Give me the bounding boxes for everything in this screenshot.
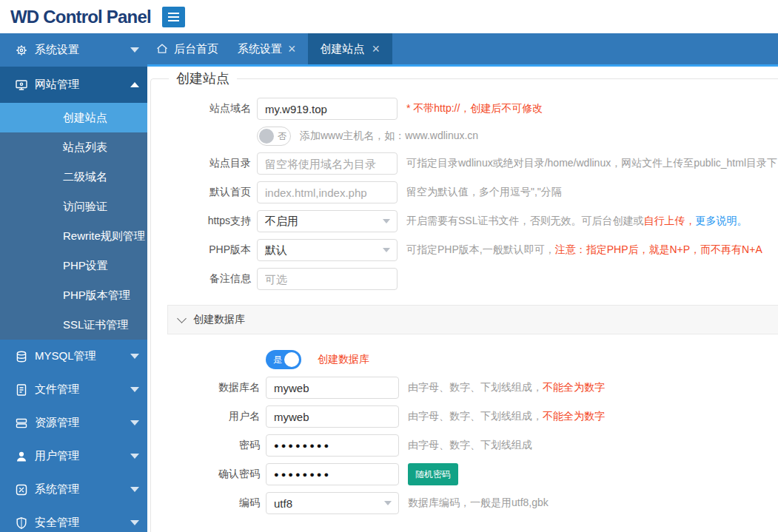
hamburger-icon — [168, 13, 179, 14]
create-db-toggle[interactable]: 是 — [266, 350, 301, 369]
www-host-toggle[interactable]: 否 — [257, 127, 291, 146]
section-title: 创建数据库 — [193, 313, 245, 326]
tab-label: 后台首页 — [174, 42, 218, 56]
monitor-icon — [15, 78, 28, 92]
sidebar-item-label: 系统管理 — [35, 482, 79, 496]
db-name-hint: 由字母、数字、下划线组成，不能全为数字 — [408, 381, 605, 394]
db-password-confirm-label: 确认密码 — [151, 468, 260, 481]
sidebar-item-resources[interactable]: 资源管理 — [0, 406, 147, 440]
toggle-state-label: 是 — [273, 354, 282, 366]
sidebar-subitem-php-settings[interactable]: PHP设置 — [0, 251, 147, 280]
tab-dashboard-home[interactable]: 后台首页 — [147, 33, 226, 64]
https-label: https支持 — [151, 215, 251, 228]
create-database-section-header[interactable]: 创建数据库 — [167, 305, 778, 334]
gear-icon — [15, 44, 28, 57]
sidebar-item-label: 安全管理 — [35, 516, 79, 530]
toggle-state-label: 否 — [278, 130, 286, 143]
sidebar-subitem-subdomain[interactable]: 二级域名 — [0, 162, 147, 192]
upload-cert-link[interactable]: 自行上传， — [643, 215, 695, 226]
sidebar-subitem-create-site[interactable]: 创建站点 — [0, 103, 147, 132]
site-dir-hint: 可指定目录wdlinux或绝对目录/home/wdlinux，网站文件上传至pu… — [406, 157, 777, 170]
site-domain-hint: * 不带http://，创建后不可修改 — [406, 102, 543, 115]
sidebar-item-users[interactable]: 用户管理 — [0, 440, 147, 473]
sidebar-subitem-access-auth[interactable]: 访问验证 — [0, 192, 147, 221]
more-info-link[interactable]: 更多说明。 — [695, 215, 747, 226]
chevron-down-icon — [130, 520, 139, 525]
create-db-toggle-label: 创建数据库 — [318, 353, 369, 366]
default-index-hint: 留空为默认值，多个用逗号","分隔 — [406, 186, 562, 199]
db-password-label: 密码 — [151, 439, 260, 452]
chevron-down-icon — [177, 314, 187, 323]
server-icon — [15, 417, 28, 430]
row-https: https支持 不启用 开启需要有SSL证书文件，否则无效。可后台创建或自行上传… — [151, 210, 778, 232]
row-db-charset: 编码 utf8 数据库编码，一般是用utf8,gbk — [151, 492, 778, 514]
sidebar-item-files[interactable]: 文件管理 — [0, 373, 147, 406]
sidebar-subitem-ssl-cert[interactable]: SSL证书管理 — [0, 310, 147, 340]
close-icon[interactable]: × — [288, 42, 296, 55]
file-icon — [15, 383, 28, 397]
php-version-select[interactable]: 默认 — [257, 239, 398, 261]
row-site-domain: 站点域名 * 不带http://，创建后不可修改 — [151, 98, 778, 120]
sidebar-item-label: 用户管理 — [35, 449, 79, 463]
row-db-password-confirm: 确认密码 随机密码 — [151, 463, 778, 485]
default-index-input[interactable] — [257, 181, 398, 203]
tab-system-settings[interactable]: 系统设置 × — [226, 33, 308, 64]
chevron-down-icon — [130, 47, 139, 53]
sidebar: 系统设置 网站管理 创建站点 站点列表 二级域名 访问验证 Rewrite规则管… — [0, 33, 147, 532]
site-dir-input[interactable] — [257, 152, 398, 175]
random-password-button[interactable]: 随机密码 — [408, 463, 458, 485]
tab-bar: 后台首页 系统设置 × 创建站点 × — [147, 33, 778, 67]
chevron-down-icon — [130, 487, 139, 492]
tab-label: 创建站点 — [321, 42, 365, 56]
user-icon — [15, 450, 28, 463]
https-select[interactable]: 不启用 — [257, 210, 398, 232]
tools-icon — [15, 483, 28, 496]
sidebar-item-mysql[interactable]: MYSQL管理 — [0, 340, 147, 373]
close-icon[interactable]: × — [372, 42, 380, 55]
form-title: 创建站点 — [169, 70, 237, 87]
home-icon — [156, 43, 168, 55]
chevron-down-icon — [130, 454, 139, 459]
db-password-input[interactable] — [266, 434, 399, 457]
row-default-index: 默认首页 留空为默认值，多个用逗号","分隔 — [151, 181, 778, 203]
db-user-input[interactable] — [266, 405, 399, 428]
sidebar-subitem-rewrite-rules[interactable]: Rewrite规则管理 — [0, 221, 147, 251]
sidebar-subitem-site-list[interactable]: 站点列表 — [0, 132, 147, 162]
chevron-up-icon — [130, 82, 139, 87]
site-domain-input[interactable] — [257, 98, 398, 120]
sidebar-item-system-settings[interactable]: 系统设置 — [0, 33, 147, 67]
row-db-password: 密码 由字母、数字、下划线组成 — [151, 434, 778, 457]
row-db-user: 用户名 由字母、数字、下划线组成，不能全为数字 — [151, 405, 778, 428]
php-version-hint: 可指定PHP版本,一般默认即可，注意：指定PHP后，就是N+P，而不再有N+A — [406, 243, 762, 257]
db-charset-select[interactable]: utf8 — [266, 492, 399, 514]
create-site-form: 创建站点 站点域名 * 不带http://，创建后不可修改 否 添加www主机名… — [150, 70, 778, 532]
db-charset-label: 编码 — [151, 496, 260, 510]
sidebar-item-security[interactable]: 安全管理 — [0, 506, 147, 532]
chevron-down-icon — [130, 420, 139, 425]
row-site-dir: 站点目录 可指定目录wdlinux或绝对目录/home/wdlinux，网站文件… — [151, 152, 778, 175]
sidebar-subitem-php-version[interactable]: PHP版本管理 — [0, 280, 147, 310]
db-password-confirm-input[interactable] — [266, 463, 399, 485]
sidebar-item-system-admin[interactable]: 系统管理 — [0, 473, 147, 506]
db-charset-value: utf8 — [274, 497, 292, 510]
toggle-knob — [284, 352, 299, 367]
app-logo: WD Control Panel — [10, 7, 151, 27]
sidebar-item-site-management[interactable]: 网站管理 — [0, 67, 147, 103]
sidebar-item-label: 系统设置 — [35, 43, 79, 57]
chevron-down-icon — [130, 387, 139, 392]
www-toggle-hint: 添加www主机名，如：www.wdlinux.cn — [300, 129, 478, 143]
sidebar-item-label: 资源管理 — [35, 416, 79, 430]
row-php-version: PHP版本 默认 可指定PHP版本,一般默认即可，注意：指定PHP后，就是N+P… — [151, 239, 778, 261]
remark-label: 备注信息 — [151, 272, 251, 286]
db-name-input[interactable] — [266, 377, 399, 399]
tab-create-site[interactable]: 创建站点 × — [308, 33, 393, 64]
https-select-value: 不启用 — [265, 215, 298, 229]
top-header: WD Control Panel — [0, 0, 778, 33]
remark-input[interactable] — [257, 268, 398, 290]
shield-icon — [15, 516, 28, 530]
db-name-label: 数据库名 — [151, 381, 260, 394]
site-dir-label: 站点目录 — [151, 157, 251, 170]
db-charset-hint: 数据库编码，一般是用utf8,gbk — [408, 496, 549, 510]
hamburger-menu-button[interactable] — [162, 7, 185, 27]
row-remark: 备注信息 — [151, 268, 778, 290]
